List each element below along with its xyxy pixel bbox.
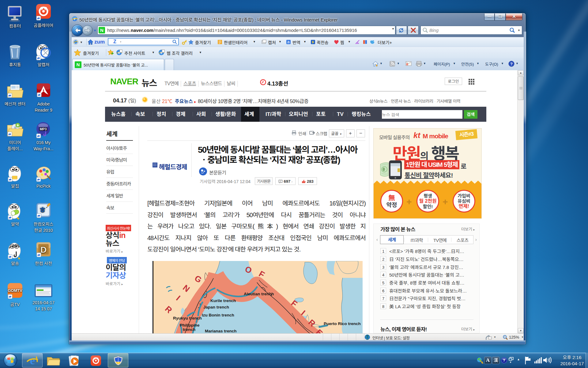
svg-text:Japan trench: Japan trench [203, 305, 229, 309]
svg-text:Kurile trench: Kurile trench [210, 298, 236, 303]
svg-text:D: D [40, 245, 47, 255]
svg-text:e: e [30, 355, 35, 367]
svg-text:e: e [74, 17, 76, 21]
svg-text:Izu Bonin trench: Izu Bonin trench [202, 313, 234, 317]
svg-text:Marianas trench: Marianas trench [205, 329, 237, 333]
svg-text:あ: あ [287, 40, 290, 44]
svg-text:?: ? [503, 358, 505, 362]
svg-text:Philippine: Philippine [180, 323, 200, 328]
svg-text:trench: trench [183, 327, 195, 332]
svg-text:Puerto Rico trench: Puerto Rico trench [324, 321, 361, 326]
svg-text:Aleutian trench: Aleutian trench [244, 292, 274, 296]
svg-text:MP3: MP3 [40, 127, 47, 131]
svg-text:Ryukyu trench: Ryukyu trench [173, 316, 202, 320]
svg-text:?: ? [510, 62, 513, 66]
svg-text:GOMTV: GOMTV [8, 288, 22, 293]
